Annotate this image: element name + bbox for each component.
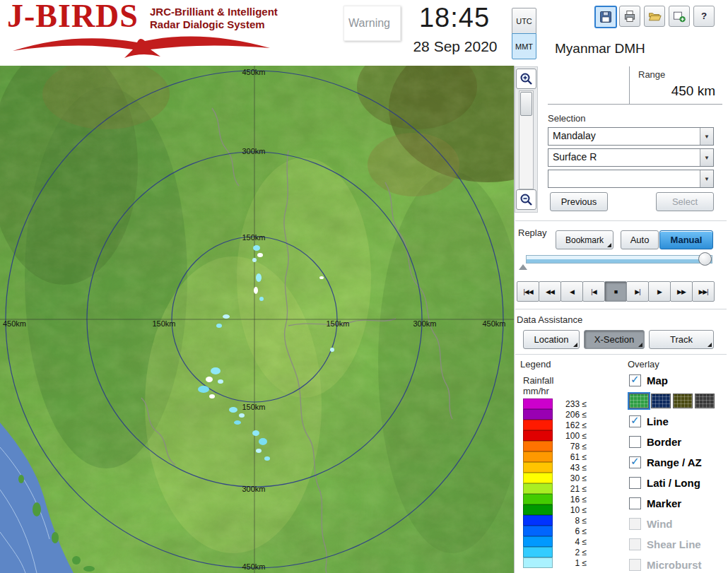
checkbox-map[interactable]: ✓: [629, 374, 641, 386]
manual-button[interactable]: Manual: [659, 230, 713, 249]
legend-row: 206 ≤: [523, 409, 594, 420]
distance-label: 150km: [242, 403, 265, 411]
clock-time: 18:45: [401, 3, 507, 33]
radar-map[interactable]: 450km300km150km150km300km450km450km150km…: [0, 66, 514, 573]
header-bar: J-BIRDS JRC-Brilliant & Intelligent Rada…: [0, 0, 728, 66]
save-button[interactable]: [594, 6, 617, 28]
legend-title: Legend: [520, 359, 551, 370]
legend-row: 2 ≤: [523, 547, 594, 557]
option-dropdown[interactable]: ▼: [548, 170, 714, 188]
legend-row: 6 ≤: [523, 526, 594, 536]
checkbox-marker[interactable]: [629, 497, 641, 509]
previous-button[interactable]: Previous: [550, 192, 608, 211]
legend-color-swatch: [523, 462, 553, 473]
separator: [515, 354, 727, 355]
site-dropdown[interactable]: Mandalay ▼: [548, 127, 714, 146]
print-button[interactable]: [619, 6, 640, 27]
chevron-down-icon[interactable]: ▼: [700, 170, 713, 187]
legend-row: 61 ≤: [523, 451, 594, 462]
legend-row: 1 ≤: [523, 557, 594, 568]
distance-label: 300km: [413, 319, 436, 328]
x-section-button[interactable]: X-Section: [584, 330, 645, 349]
transport-button-2[interactable]: ◀: [560, 281, 583, 302]
jbirds-app-window: J-BIRDS JRC-Brilliant & Intelligent Rada…: [0, 0, 728, 573]
distance-label: 150km: [326, 319, 349, 328]
overlay-row-border: Border: [629, 435, 728, 449]
legend-color-swatch: [523, 441, 553, 451]
checkbox-lati-long[interactable]: [629, 477, 641, 489]
checkbox-border[interactable]: [629, 436, 641, 448]
add-image-icon: [672, 9, 686, 23]
svg-text:?: ?: [701, 11, 707, 21]
legend-value: 6 ≤: [553, 526, 587, 536]
track-button[interactable]: Track: [649, 330, 714, 349]
legend-row: 43 ≤: [523, 462, 594, 473]
transport-button-1[interactable]: ◀◀: [539, 281, 561, 302]
replay-slider-track[interactable]: [526, 255, 712, 264]
range-display: Range 450 km: [548, 66, 722, 105]
legend-value: 21 ≤: [553, 484, 587, 494]
map-color-swatch-2[interactable]: [673, 394, 693, 408]
overlay-label-microburst: Microburst: [647, 559, 702, 571]
select-button[interactable]: Select: [656, 192, 714, 211]
legend-color-swatch: [523, 420, 553, 430]
transport-button-3[interactable]: |◀: [582, 281, 605, 302]
map-color-swatch-1[interactable]: [651, 394, 671, 408]
auto-button[interactable]: Auto: [621, 230, 659, 249]
legend-color-swatch: [523, 398, 553, 409]
transport-button-0[interactable]: |◀◀: [517, 281, 539, 302]
help-button[interactable]: ?: [693, 6, 715, 27]
legend-row: 21 ≤: [523, 483, 594, 494]
transport-button-7[interactable]: ▶▶: [670, 281, 693, 302]
legend-value: 10 ≤: [553, 505, 587, 515]
overlay-row-wind: Wind: [629, 516, 728, 531]
floppy-disk-icon: [599, 10, 613, 24]
replay-slider-thumb[interactable]: [698, 252, 712, 266]
product-dropdown[interactable]: Surface R ▼: [548, 148, 714, 167]
checkbox-line[interactable]: ✓: [629, 415, 641, 427]
chevron-down-icon[interactable]: ▼: [700, 149, 713, 166]
printer-icon: [623, 9, 637, 23]
checkbox-wind: [629, 518, 641, 530]
overlay-row-marker: Marker: [629, 496, 728, 510]
legend-row: 30 ≤: [523, 473, 594, 483]
zoom-in-button[interactable]: [516, 69, 536, 89]
transport-button-8[interactable]: ▶▶|: [692, 281, 715, 302]
map-color-swatch-0[interactable]: [629, 394, 649, 408]
legend-row: 4 ≤: [523, 536, 594, 547]
warning-label: Warning: [348, 17, 390, 30]
zoom-out-button[interactable]: [516, 189, 536, 210]
transport-button-6[interactable]: ▶: [648, 281, 671, 302]
transport-button-4[interactable]: ■: [604, 281, 627, 302]
logo-tagline-1: JRC-Brilliant & Intelligent: [150, 6, 278, 18]
map-color-swatch-3[interactable]: [695, 394, 715, 408]
open-file-button[interactable]: [644, 6, 665, 27]
utc-button[interactable]: UTC: [512, 8, 536, 34]
transport-button-5[interactable]: ▶|: [626, 281, 649, 302]
overlay-row-map: ✓Map: [629, 373, 728, 387]
legend-unit-mmhr: mm/hr: [523, 386, 549, 396]
legend-value: 100 ≤: [553, 431, 587, 441]
legend-color-swatch: [523, 451, 553, 462]
separator: [515, 220, 727, 221]
location-button[interactable]: Location: [523, 330, 580, 349]
legend-value: 233 ≤: [553, 399, 587, 409]
legend-color-swatch: [523, 515, 553, 526]
distance-label: 150km: [242, 233, 265, 242]
warning-indicator: Warning: [344, 6, 401, 41]
mmt-button[interactable]: MMT: [512, 33, 536, 59]
legend-color-swatch: [523, 504, 553, 515]
chevron-down-icon[interactable]: ▼: [700, 128, 713, 145]
zoom-slider-thumb[interactable]: [520, 92, 532, 116]
separator: [515, 309, 727, 309]
export-image-button[interactable]: [669, 6, 690, 27]
legend-color-swatch: [523, 430, 553, 441]
logo-tagline-2: Radar Dialogic System: [150, 18, 265, 30]
bookmark-button[interactable]: Bookmark: [556, 230, 613, 249]
distance-label: 450km: [3, 319, 26, 328]
selection-label: Selection: [548, 113, 585, 124]
checkbox-range-az[interactable]: ✓: [629, 456, 641, 468]
overlay-label-range-az: Range / AZ: [647, 456, 702, 468]
legend-unit-rainfall: Rainfall: [523, 375, 553, 386]
legend-color-swatch: [523, 494, 553, 504]
